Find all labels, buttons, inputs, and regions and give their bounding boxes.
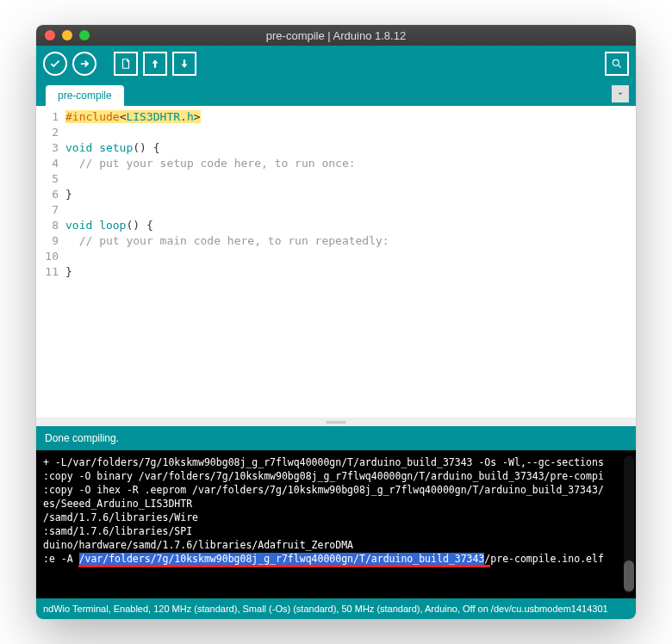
chevron-down-icon bbox=[616, 90, 625, 98]
split-grip[interactable] bbox=[36, 418, 636, 426]
file-icon bbox=[120, 58, 132, 70]
console-selection[interactable]: /var/folders/7g/10kskmw90bg08j_g_r7flwq4… bbox=[79, 553, 485, 565]
maximize-window-button[interactable] bbox=[79, 30, 90, 40]
board-info-text: ndWio Terminal, Enabled, 120 MHz (standa… bbox=[43, 604, 608, 614]
arrow-right-icon bbox=[78, 58, 90, 70]
titlebar[interactable]: pre-compile | Arduino 1.8.12 bbox=[36, 25, 636, 46]
arrow-up-icon bbox=[149, 58, 161, 70]
tab-bar: pre-compile bbox=[36, 82, 636, 106]
status-bar: Done compiling. bbox=[36, 426, 636, 450]
tab-active[interactable]: pre-compile bbox=[46, 85, 124, 106]
save-button[interactable] bbox=[172, 52, 196, 76]
close-window-button[interactable] bbox=[45, 30, 55, 40]
verify-button[interactable] bbox=[43, 52, 67, 76]
tab-menu-button[interactable] bbox=[612, 85, 629, 102]
window-title: pre-compile | Arduino 1.8.12 bbox=[36, 29, 636, 42]
bottom-bar: ndWio Terminal, Enabled, 120 MHz (standa… bbox=[36, 598, 636, 619]
toolbar bbox=[36, 46, 636, 82]
code-content[interactable]: #include<LIS3DHTR.h> void setup() { // p… bbox=[64, 106, 636, 418]
minimize-window-button[interactable] bbox=[62, 30, 72, 40]
code-editor[interactable]: 1234567891011 #include<LIS3DHTR.h> void … bbox=[36, 106, 636, 418]
new-file-button[interactable] bbox=[114, 52, 138, 76]
open-button[interactable] bbox=[143, 52, 167, 76]
app-window: pre-compile | Arduino 1.8.12 pre-compile… bbox=[36, 25, 636, 619]
console-output[interactable]: + -L/var/folders/7g/10kskmw90bg08j_g_r7f… bbox=[36, 450, 636, 598]
highlight-underline bbox=[78, 565, 490, 567]
upload-button[interactable] bbox=[72, 52, 96, 76]
console-scroll-thumb[interactable] bbox=[624, 560, 634, 591]
console-scrollbar[interactable] bbox=[624, 455, 634, 593]
serial-monitor-button[interactable] bbox=[605, 52, 629, 76]
svg-point-0 bbox=[613, 59, 619, 65]
magnifier-icon bbox=[611, 58, 623, 70]
line-number-gutter: 1234567891011 bbox=[36, 106, 64, 418]
status-text: Done compiling. bbox=[45, 432, 119, 444]
arrow-down-icon bbox=[178, 58, 190, 70]
check-icon bbox=[49, 58, 61, 70]
window-controls bbox=[45, 30, 90, 40]
